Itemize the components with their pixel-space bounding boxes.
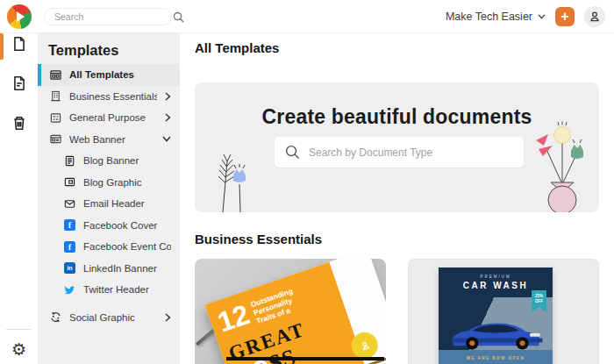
global-search: [44, 8, 172, 25]
sidebar-item-label: Business Essentials: [69, 91, 157, 102]
sidebar-item-web-banner[interactable]: Web Banner: [38, 129, 180, 151]
templates-sidebar: Templates All Templates Business Essenti…: [38, 33, 180, 364]
template-card-car-wash[interactable]: Premium CAR WASH 25% OFF: [408, 259, 599, 364]
sidebar-item-all-templates[interactable]: All Templates: [38, 64, 180, 86]
page-title: All Templates: [195, 40, 279, 55]
image-icon: [64, 176, 75, 188]
hero-banner: Create beautiful documents: [195, 82, 599, 212]
search-icon: [173, 11, 184, 23]
template-card-great-boss[interactable]: 12 Outstanding Personality Traits of a G…: [195, 259, 386, 364]
chevron-right-icon: [165, 92, 171, 101]
chevron-right-icon: [165, 113, 171, 122]
sidebar-item-linkedin-banner[interactable]: in LinkedIn Banner: [38, 258, 180, 280]
sidebar-item-label: Email Header: [83, 198, 171, 209]
sidebar-item-label: All Templates: [69, 69, 171, 80]
sidebar-item-label: Blog Banner: [83, 155, 171, 166]
building-icon: [50, 90, 61, 102]
person-icon: [589, 11, 601, 23]
workspace-name: Make Tech Easier: [446, 11, 532, 23]
left-icon-rail: ⚙: [0, 33, 38, 364]
settings-button[interactable]: ⚙: [0, 337, 38, 361]
global-search-input[interactable]: [54, 11, 173, 22]
sidebar-item-label: Social Graphic: [69, 312, 157, 323]
search-icon: [285, 145, 300, 160]
twitter-bird-icon: [64, 284, 75, 296]
car-wash-flyer: Premium CAR WASH 25% OFF: [439, 268, 553, 364]
browser-window-icon: [50, 133, 61, 145]
ribbon-off: OFF: [535, 299, 543, 304]
sidebar-item-label: Blog Graphic: [83, 177, 171, 188]
section-title: Business Essentials: [195, 232, 322, 246]
main-content: All Templates Create beautiful documents: [180, 33, 614, 364]
sidebar-item-social-graphic[interactable]: Social Graphic: [38, 307, 180, 329]
sidebar-item-business-essentials[interactable]: Business Essentials: [38, 86, 180, 108]
flyer-open-line: WE ARE NOW OPEN: [439, 356, 553, 360]
chevron-down-icon: [538, 14, 546, 19]
document-type-search: [275, 137, 524, 168]
app-logo-icon: [7, 4, 32, 29]
trash-icon: [11, 115, 27, 131]
rail-divider: [6, 329, 31, 330]
sidebar-item-twitter-header[interactable]: Twitter Header: [38, 279, 180, 301]
chevron-down-icon: [162, 136, 171, 142]
sidebar-item-facebook-event-cover[interactable]: f Facebook Event Cover: [38, 236, 180, 258]
chevron-right-icon: [165, 313, 171, 322]
flyer-title: CAR WASH: [463, 281, 528, 290]
list-settings-icon: [50, 112, 61, 124]
people-sync-icon: [50, 311, 61, 323]
sidebar-item-label: Facebook Cover: [83, 220, 171, 231]
create-new-button[interactable]: +: [555, 7, 575, 26]
sidebar-item-label: Facebook Event Cover: [83, 241, 171, 252]
sidebar-item-blog-graphic[interactable]: Blog Graphic: [38, 172, 180, 194]
hero-title: Create beautiful documents: [195, 105, 599, 129]
sidebar-item-label: Twitter Header: [83, 284, 171, 295]
sidebar-item-general-purpose[interactable]: General Purpose: [38, 107, 180, 129]
document-type-search-input[interactable]: [309, 146, 513, 159]
workspace-dropdown[interactable]: Make Tech Easier: [446, 11, 546, 23]
facebook-icon: f: [64, 219, 75, 231]
linkedin-icon: in: [64, 262, 75, 274]
envelope-icon: [64, 198, 75, 210]
article-icon: [64, 155, 75, 167]
sidebar-item-email-header[interactable]: Email Header: [38, 193, 180, 215]
rail-item-documents[interactable]: [0, 70, 38, 96]
rail-item-trash[interactable]: [0, 110, 38, 136]
document-icon: [11, 75, 27, 91]
sidebar-item-label: LinkedIn Banner: [83, 263, 171, 274]
blank-page-icon: [11, 36, 27, 52]
sidebar-item-label: General Purpose: [69, 112, 157, 123]
rail-item-templates[interactable]: [0, 31, 38, 57]
flyer-premium-label: Premium: [480, 275, 510, 279]
black-rule-decoration: [226, 357, 384, 360]
sidebar-item-facebook-cover[interactable]: f Facebook Cover: [38, 215, 180, 237]
facebook-icon: f: [64, 241, 75, 253]
gear-icon: ⚙: [11, 339, 26, 360]
book-number: 12: [214, 301, 253, 336]
sidebar-item-label: Web Banner: [69, 134, 154, 145]
boss-book-cover: 12 Outstanding Personality Traits of a G…: [205, 259, 386, 364]
topbar: Make Tech Easier +: [0, 0, 614, 33]
flower-doodle-left: [205, 135, 260, 212]
user-account-button[interactable]: [584, 6, 605, 27]
app-window: Make Tech Easier +: [0, 0, 614, 364]
templates-grid-icon: [50, 69, 61, 81]
sidebar-item-blog-banner[interactable]: Blog Banner: [38, 150, 180, 172]
sidebar-title: Templates: [38, 33, 180, 64]
flower-vase-doodle-right: [531, 121, 594, 212]
